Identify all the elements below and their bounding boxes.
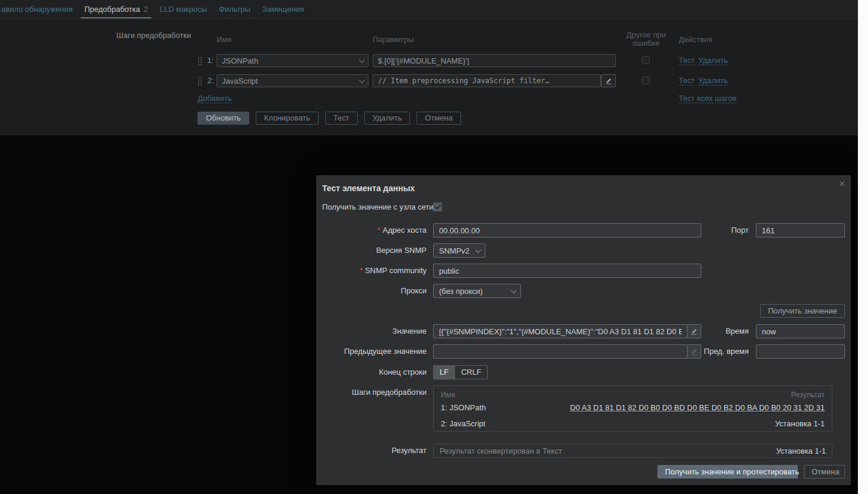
drag-handle-icon[interactable] [198,56,202,65]
tab-label: Предобработка [84,5,140,14]
step-number: 2: [203,76,214,85]
previous-time-label: Пред. время [648,344,749,359]
port-label: Порт [648,223,749,238]
column-header-custom-on-fail: Другое при ошибке [625,31,667,48]
proxy-label: Прокси [316,284,427,298]
pencil-icon [605,77,612,84]
required-asterisk: * [360,266,363,275]
time-label: Время [648,324,749,338]
tab-filters[interactable]: Фильтры [213,0,256,18]
step-result-value-link[interactable]: D0 A3 D1 81 D1 82 D0 B0 D0 BD D0 BE D0 B… [570,403,825,412]
step-type-select[interactable]: JSONPath [217,54,368,67]
snmp-version-select[interactable]: SNMPv2 [433,243,485,258]
tab-lld-macros[interactable]: LLD макросы [154,0,213,18]
add-step-link[interactable]: Добавить [198,94,231,103]
result-box: Результат сконвертирован в Текст Установ… [433,444,832,458]
snmp-version-value: SNMPv2 [439,246,475,255]
step-params-input[interactable] [373,74,601,87]
custom-on-fail-checkbox[interactable] [642,56,650,64]
end-of-line-toggle: LF CRLF [433,365,488,379]
chevron-down-icon [511,287,517,293]
background-page: авило обнаружения Предобработка2 LLD мак… [0,0,858,135]
step-type-value: JavaScript [222,77,359,86]
steps-column-name: Имя [441,391,455,399]
step-type-value: JSONPath [222,56,359,65]
step-remove-link[interactable]: Удалить [698,76,728,86]
page-edge [858,0,868,494]
chevron-down-icon [475,247,481,253]
custom-on-fail-checkbox[interactable] [642,77,650,84]
steps-column-result: Результат [791,391,825,399]
column-header-name: Имя [217,35,231,44]
value-label: Значение [316,324,427,338]
proxy-value: (без прокси) [439,287,511,296]
delete-button[interactable]: Удалить [364,112,411,125]
proxy-select[interactable]: (без прокси) [433,284,521,298]
tab-label: авило обнаружения [1,5,72,14]
test-button[interactable]: Тест [325,112,358,125]
get-value-button[interactable]: Получить значение [760,304,845,318]
snmp-version-label: Версия SNMP [316,243,427,258]
result-label: Результат [316,444,427,458]
column-header-actions: Действия [679,35,713,44]
dialog-cancel-button[interactable]: Отмена [804,465,845,479]
snmp-community-input[interactable] [433,264,701,278]
snmp-community-label: *SNMP community [316,264,427,278]
form-footer-buttons: Обновить Клонировать Тест Удалить Отмена [198,112,461,125]
step-result-name: 1: JSONPath [441,403,486,412]
result-hint-text: Результат сконвертирован в Текст [440,444,562,458]
previous-time-input[interactable] [756,344,845,359]
tab-count-badge: 2 [144,5,148,14]
step-remove-link[interactable]: Удалить [698,56,728,65]
time-input[interactable] [756,324,845,338]
step-params-input[interactable] [373,54,616,67]
previous-value-label: Предыдущее значение [316,344,427,359]
step-result-name: 2: JavaScript [441,419,485,428]
steps-result-table: Имя Результат 1: JSONPath D0 A3 D1 81 D1… [433,385,832,432]
eol-lf-option[interactable]: LF [434,366,454,379]
get-value-from-host-label: Получить значение с узла сети [322,202,433,212]
test-all-steps-link[interactable]: Тест всех шагов [679,94,736,103]
tab-discovery-rule[interactable]: авило обнаружения [0,0,78,18]
result-value-text: Установка 1-1 [776,444,826,458]
host-address-label: *Адрес хоста [316,223,427,238]
tab-preprocessing[interactable]: Предобработка2 [78,0,154,18]
tab-bar: авило обнаружения Предобработка2 LLD мак… [0,0,858,19]
required-asterisk: * [377,226,380,235]
edit-params-button[interactable] [601,74,616,87]
steps-table-label: Шаги предобработки [316,385,427,400]
clone-button[interactable]: Клонировать [256,112,319,125]
port-input[interactable] [756,223,845,238]
get-value-from-host-checkbox[interactable] [433,202,442,211]
update-button[interactable]: Обновить [198,112,249,125]
tab-label: Фильтры [219,5,250,14]
column-header-params: Параметры [373,35,414,44]
step-test-link[interactable]: Тест [679,76,695,86]
step-type-select[interactable]: JavaScript [217,74,368,87]
tab-overrides[interactable]: Замещения [256,0,310,18]
tab-label: LLD макросы [160,5,207,14]
chevron-down-icon [359,57,365,63]
preprocessing-form: Шаги предобработки Имя Параметры Другое … [0,19,858,135]
close-icon[interactable]: ✕ [839,179,845,188]
get-value-and-test-button[interactable]: Получить значение и протестировать [657,465,798,479]
step-result-value: Установка 1-1 [775,419,825,428]
end-of-line-label: Конец строки [316,365,427,379]
preprocessing-step-row: 2: JavaScript Тест Удалить [0,74,858,87]
drag-handle-icon[interactable] [198,77,202,86]
chevron-down-icon [359,77,365,83]
cancel-button[interactable]: Отмена [416,112,461,125]
dialog-title: Тест элемента данных [322,183,415,193]
tab-label: Замещения [262,5,304,14]
preprocessing-section-label: Шаги предобработки [0,31,191,40]
eol-crlf-option[interactable]: CRLF [454,366,487,379]
step-test-link[interactable]: Тест [679,56,695,65]
step-number: 1: [203,56,214,65]
test-item-dialog: Тест элемента данных ✕ Получить значение… [316,175,851,485]
preprocessing-step-row: 1: JSONPath Тест Удалить [0,54,858,67]
